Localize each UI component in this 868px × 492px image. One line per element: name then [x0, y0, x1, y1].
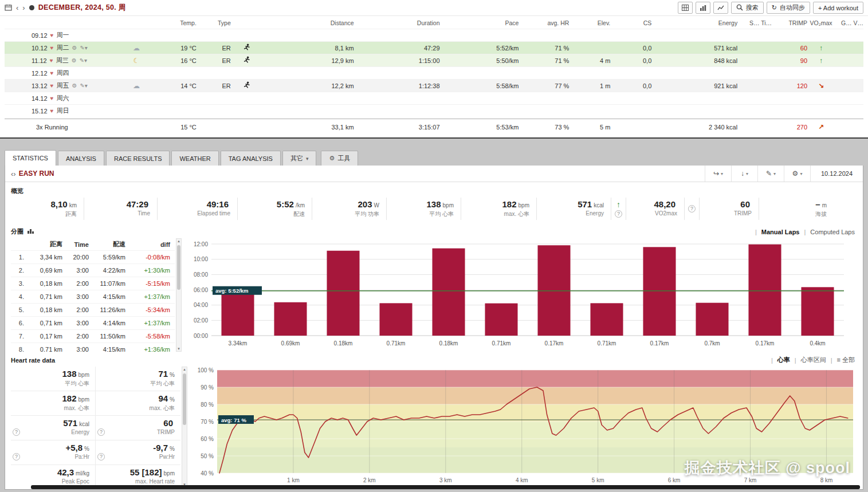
running-icon [231, 81, 262, 90]
add-workout-button[interactable]: + Add workout [813, 2, 863, 14]
duration-cell: 1:15:00 [354, 57, 440, 64]
tab-race-results[interactable]: RACE RESULTS [106, 151, 170, 166]
svg-text:80 %: 80 % [201, 402, 214, 408]
hr-toggle[interactable]: 心率 [777, 356, 790, 364]
tab-tools[interactable]: ⚙工具 [321, 151, 358, 166]
laps-header-diff: diff [125, 241, 170, 248]
summary-label: 3x Running [5, 124, 122, 131]
manual-laps-toggle[interactable]: Manual Laps [761, 229, 800, 235]
help-icon[interactable]: ? [615, 210, 622, 218]
lap-row: 7.0,17 km2:0011:50/km-5:58/km [11, 329, 175, 343]
svg-text:5 km: 5 km [592, 477, 604, 483]
edit-icon[interactable]: ✎▾ [80, 57, 87, 64]
next-week-button[interactable]: › [22, 4, 25, 11]
today-button[interactable] [29, 5, 34, 10]
hr-all-toggle[interactable]: ≡ 全部 [837, 356, 855, 364]
cs-cell: 0,0 [610, 45, 651, 52]
next-workout-button[interactable]: › [13, 170, 15, 178]
laps-scrollbar[interactable]: ▲ ▼ [176, 238, 182, 352]
date-label: 15.12 [32, 108, 48, 115]
day-label: 周二 [56, 44, 69, 52]
svg-text:04:00: 04:00 [194, 302, 208, 308]
computed-laps-toggle[interactable]: Computed Laps [810, 229, 855, 235]
help-icon[interactable]: ? [688, 205, 696, 212]
line-chart-view-button[interactable] [713, 2, 728, 14]
energy-trend-aux: ↑? [611, 198, 626, 220]
help-icon[interactable]: ? [97, 453, 105, 460]
chevron-down-icon: ▾ [306, 156, 309, 162]
tab-other[interactable]: 其它▾ [282, 151, 317, 166]
search-button[interactable]: 搜索 [731, 2, 764, 14]
wrench-icon[interactable]: ⚙ [72, 82, 77, 89]
prev-week-button[interactable]: ‹ [16, 4, 18, 11]
week-row-thursday[interactable]: 12.12♥周四 [5, 66, 863, 79]
hr-stat-trimp: ?60TRIMP [96, 416, 180, 440]
svg-text:0.69km: 0.69km [281, 340, 300, 347]
edit-icon[interactable]: ✎▾ [80, 45, 87, 51]
scroll-up-icon[interactable]: ▲ [176, 239, 181, 243]
hr-stat-pahr: ?+5,8%Pa:Hr [11, 440, 96, 465]
day-label: 周五 [56, 81, 69, 90]
edit-icon[interactable]: ✎▾ [80, 82, 87, 89]
hr-stats: 138bpm平均 心率 71%平均 心率 182bpmmax. 心率 94%ma… [11, 367, 180, 487]
stat-avg-power: 203W平均 功率 [312, 198, 387, 220]
hr-title: Heart rate data [11, 357, 55, 364]
lap-row: 6.0,71 km3:004:14/km+1:37/km [11, 316, 175, 329]
help-icon[interactable]: ? [97, 428, 105, 436]
week-panel: ‹ › DECEMBER, 2024, 50. 周 搜索 ↻ 自动同步 + Ad… [0, 0, 868, 139]
wrench-icon[interactable]: ⚙ [72, 57, 77, 64]
svg-text:0.4km: 0.4km [810, 340, 825, 347]
help-icon[interactable]: ? [13, 428, 20, 436]
svg-text:7 km: 7 km [744, 477, 757, 483]
week-row-friday[interactable]: 13.12♥周五⚙✎▾ ☁ 14 °C ER 12,2 km 1:12:38 5… [5, 79, 863, 92]
week-row-wednesday[interactable]: 11.12♥周三⚙✎▾ ☾ 16 °C ER 12,9 km 1:15:00 5… [5, 54, 863, 66]
calendar-toolbar: ‹ › DECEMBER, 2024, 50. 周 搜索 ↻ 自动同步 + Ad… [0, 0, 868, 16]
svg-text:0.17km: 0.17km [650, 340, 669, 347]
share-button[interactable]: ↪▾ [705, 166, 731, 182]
scroll-up-icon[interactable]: ▲ [182, 368, 187, 371]
tools-button[interactable]: ✎▾ [757, 166, 784, 182]
hr-stats-scrollbar[interactable]: ▲ ▼ [182, 367, 187, 487]
auto-sync-button[interactable]: ↻ 自动同步 [767, 2, 810, 14]
tab-analysis[interactable]: ANALYSIS [58, 151, 104, 166]
health-icon: ♥ [50, 95, 54, 101]
svg-text:3.34km: 3.34km [229, 340, 248, 347]
hr-stat-pwhr: ?-9,7%Pw:Hr [96, 440, 180, 465]
week-row-saturday[interactable]: 14.12♥周六 [5, 92, 863, 104]
distance-cell: 12,9 km [262, 57, 354, 64]
health-icon: ♥ [50, 45, 54, 51]
hr-zones-toggle[interactable]: 心率区间 [801, 356, 826, 364]
laps-section: 距离 Time 配速 diff 1.3,34 km20:005:59/km-0:… [5, 238, 863, 352]
svg-text:0.17km: 0.17km [545, 340, 564, 347]
day-label: 周日 [56, 107, 69, 115]
settings-button[interactable]: ⚙▾ [784, 166, 810, 182]
grid-view-button[interactable] [678, 2, 693, 14]
svg-text:0.71km: 0.71km [492, 340, 511, 347]
calendar-icon[interactable] [5, 4, 12, 12]
svg-text:2 km: 2 km [363, 477, 376, 483]
scroll-down-icon[interactable]: ▼ [176, 347, 181, 351]
elev-cell: 1 m [569, 82, 610, 89]
trimp-cell: 90 [772, 57, 807, 64]
summary-distance: 33,1 km [262, 124, 354, 131]
lap-row: 3.0,18 km2:0011:07/km-5:15/km [11, 277, 175, 290]
svg-text:70 %: 70 % [201, 419, 214, 425]
laps-chart-icon[interactable] [27, 228, 34, 235]
tab-tag-analysis[interactable]: TAG ANALYSIS [221, 151, 281, 166]
week-row-tuesday[interactable]: 10.12♥周二⚙✎▾ ☁ 19 °C ER 8,1 km 47:29 5:52… [5, 41, 863, 54]
energy-cell: 571 kcal [651, 45, 737, 52]
header-pace: Pace [440, 19, 519, 26]
tab-statistics[interactable]: STATISTICS [5, 150, 56, 166]
week-row-monday[interactable]: 09.12♥周一 [5, 29, 863, 41]
help-icon[interactable]: ? [13, 453, 20, 460]
bar-chart-view-button[interactable] [696, 2, 710, 14]
week-title: DECEMBER, 2024, 50. 周 [38, 3, 126, 13]
stat-distance: 8,10km距离 [11, 198, 84, 220]
export-button[interactable]: ↓▾ [731, 166, 757, 182]
date-label: 12.12 [32, 70, 48, 77]
horizontal-scrollbar[interactable] [31, 485, 860, 489]
distance-cell: 12,2 km [262, 82, 354, 89]
tab-weather[interactable]: WEATHER [171, 151, 218, 166]
week-row-sunday[interactable]: 15.12♥周日 [5, 104, 863, 117]
wrench-icon[interactable]: ⚙ [72, 45, 77, 51]
